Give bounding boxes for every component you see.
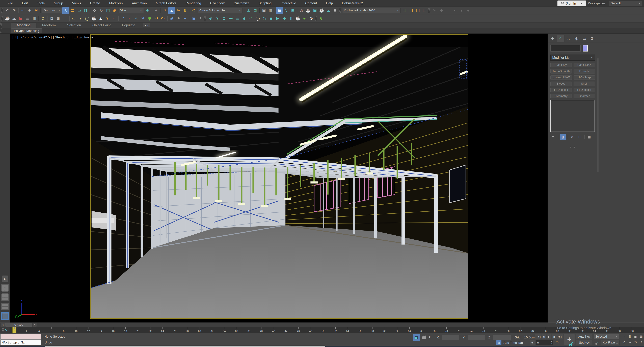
disabled-add-icon[interactable]: ✚ xyxy=(438,7,445,14)
zoom-extents-all-icon[interactable]: ⊞ xyxy=(639,334,644,339)
snaps-toggle-3d-icon[interactable]: 3 xyxy=(162,7,168,14)
go-to-end-button[interactable]: ▶▶❘ xyxy=(557,334,563,339)
sign-in-button[interactable]: Sign In ▼ xyxy=(558,1,586,6)
corona-mesh-light-icon[interactable]: ☕ xyxy=(90,15,97,22)
forest-tree-icon[interactable]: ♣ xyxy=(241,15,248,22)
layout-2x2-preset-3[interactable] xyxy=(1,303,9,310)
schematic-view-icon[interactable]: ⊟ xyxy=(290,7,296,14)
go-to-start-button[interactable]: ❘◀◀ xyxy=(535,334,541,339)
set-keys-button[interactable]: + xyxy=(564,334,574,345)
toolbar-dock-handle[interactable] xyxy=(315,16,317,21)
corona-render-teapot-icon[interactable]: ☕ xyxy=(4,15,11,22)
modifier-button-extrude[interactable]: Extrude xyxy=(574,69,595,74)
toggle-ribbon-icon[interactable]: ▦ xyxy=(276,7,283,14)
fp-light-icon[interactable]: ⊙ xyxy=(207,15,214,22)
command-panel-scrollbar[interactable] xyxy=(598,58,598,172)
key-filters-button[interactable]: Key Filters... xyxy=(601,340,620,345)
modifier-list-dropdown[interactable]: Modifier List ▼ xyxy=(550,55,595,61)
z-coordinate-field[interactable] xyxy=(493,335,511,340)
layers-circle-icon[interactable]: ◎ xyxy=(261,15,268,22)
object-name-field[interactable] xyxy=(550,45,580,52)
select-and-place-icon[interactable]: ◉ xyxy=(111,7,118,14)
ribbon-tab-selection[interactable]: Selection xyxy=(62,23,86,28)
modifier-button-turbosmooth[interactable]: TurboSmooth xyxy=(550,69,572,74)
maxscript-mini-listener[interactable]: MAXScript Mi xyxy=(0,333,41,345)
modifier-stack-list[interactable] xyxy=(550,100,595,132)
redo-icon[interactable]: ↷ xyxy=(11,7,18,14)
maxscript-listener-pane[interactable]: MAXScript Mi xyxy=(1,339,41,345)
previous-frame-button[interactable]: ◀❘ xyxy=(542,334,546,339)
corona-disc-light-icon[interactable]: ◯ xyxy=(84,15,90,22)
ribbon-overflow-button[interactable]: ▼▾ xyxy=(143,23,150,27)
material-picker-icon[interactable]: ◳ xyxy=(175,15,182,22)
menu-content[interactable]: Content xyxy=(301,0,322,7)
toolbar-dock-handle[interactable] xyxy=(339,8,341,14)
corona-camera-icon[interactable]: ◘ xyxy=(48,15,55,22)
window-crossing-icon[interactable]: ◨ xyxy=(82,7,89,14)
new-key-default-in-tangent-icon[interactable] xyxy=(594,340,600,345)
corona-proxy-icon[interactable]: ❄ xyxy=(140,15,146,22)
rendered-frame-window-icon[interactable]: ▣ xyxy=(312,7,318,14)
viewport-label-segment-2[interactable]: [ Standard ] xyxy=(53,36,70,39)
teapot-outline-icon[interactable]: ☕ xyxy=(294,15,301,22)
tab-motion[interactable]: ◉ xyxy=(573,35,580,42)
select-and-rotate-icon[interactable]: ↻ xyxy=(98,7,105,14)
viewport-scene[interactable] xyxy=(91,35,468,318)
menu-debrismaker2[interactable]: DebrisMaker2 xyxy=(338,0,367,7)
player-panel-icon[interactable]: ▶ xyxy=(274,15,281,22)
frame-spinner[interactable]: ▲▼ xyxy=(551,340,552,344)
tab-modify[interactable]: ◠ xyxy=(557,35,564,42)
polygon-modeling-panel-button[interactable]: Polygon Modeling xyxy=(11,28,42,33)
bulb-gear-icon[interactable]: ⊙ xyxy=(308,15,314,22)
menu-modifiers[interactable]: Modifiers xyxy=(105,0,127,7)
ribbon-tab-modeling[interactable]: Modeling xyxy=(11,23,36,28)
corona-interactive-bulb-icon[interactable]: ⊙ xyxy=(40,15,46,22)
brush-size-2-icon[interactable]: • xyxy=(452,7,458,14)
set-key-button[interactable]: Set Key xyxy=(576,340,593,345)
workspace-dropdown[interactable]: Default ▼ xyxy=(609,1,642,6)
unlink-selection-icon[interactable]: ⊘ xyxy=(26,7,33,14)
bind-to-space-warp-icon[interactable]: ≋ xyxy=(33,7,40,14)
modifier-button-sweep[interactable]: Sweep xyxy=(550,82,572,86)
modifier-button-ffd-4x4x4[interactable]: FFD 4x4x4 xyxy=(550,88,572,92)
grass-icon[interactable]: ψ xyxy=(146,15,153,22)
toolbar-dock-handle[interactable] xyxy=(204,16,206,21)
modifier-button-edit-spline[interactable]: Edit Spline xyxy=(574,63,595,67)
forest-library-icon[interactable]: ▤ xyxy=(234,15,241,22)
corona-stereo-camera-icon[interactable]: ∞ xyxy=(62,15,68,22)
select-and-move-icon[interactable]: ✛ xyxy=(91,7,98,14)
isolate-selection-toggle[interactable] xyxy=(413,334,420,341)
tab-create[interactable]: ✚ xyxy=(549,35,556,42)
brush-size-4-icon[interactable]: ● xyxy=(465,7,472,14)
corona-scatter-icon[interactable]: ∷ xyxy=(120,15,126,22)
orbit-icon[interactable]: ↻ xyxy=(633,339,638,345)
viewport-label-segment-1[interactable]: [ CoronaCamera015 ] xyxy=(20,36,52,39)
menu-help[interactable]: Help xyxy=(322,0,338,7)
expand-group-chevrons-icon[interactable]: ≫ xyxy=(301,15,308,22)
zoom-all-icon[interactable]: ⇅ xyxy=(627,334,632,339)
layout-2x2-preset-1[interactable] xyxy=(1,284,9,292)
y-coordinate-field[interactable] xyxy=(468,335,485,340)
rectangular-selection-region-icon[interactable]: ▭ xyxy=(76,7,82,14)
modifier-button-edit-poly[interactable]: Edit Poly xyxy=(550,63,572,67)
undo-icon[interactable]: ↶ xyxy=(4,7,11,14)
object-color-swatch[interactable] xyxy=(582,45,588,52)
reference-coordinate-system-dropdown[interactable]: View▼ xyxy=(118,8,144,14)
corona-vfb-icon[interactable]: ▣ xyxy=(18,15,24,22)
quad-plus-icon[interactable]: ⊞ xyxy=(268,15,274,22)
next-frame-button[interactable]: ❘▶ xyxy=(552,334,556,339)
render-gallery-icon[interactable]: ⊞ xyxy=(332,7,338,14)
hair-fur-icon[interactable]: HF xyxy=(153,15,160,22)
bottom-scrollbar[interactable] xyxy=(45,346,325,347)
add-time-tag-label[interactable]: Add Time Tag xyxy=(504,341,523,345)
brush-size-3-icon[interactable]: ● xyxy=(458,7,465,14)
use-pivot-point-center-icon[interactable]: ⊕ xyxy=(144,7,151,14)
menu-edit[interactable]: Edit xyxy=(18,0,32,7)
ribbon-tab-freeform[interactable]: Freeform xyxy=(36,23,62,28)
ribbon-dock-handle[interactable] xyxy=(0,28,2,33)
field-of-view-icon[interactable]: ∠ xyxy=(622,339,627,345)
mini-curve-editor-button[interactable]: ∿ xyxy=(0,327,10,333)
time-configuration-icon[interactable]: ◷ xyxy=(554,340,560,345)
menu-interactive[interactable]: Interactive xyxy=(276,0,300,7)
select-object-icon[interactable]: ↖ xyxy=(62,7,69,14)
